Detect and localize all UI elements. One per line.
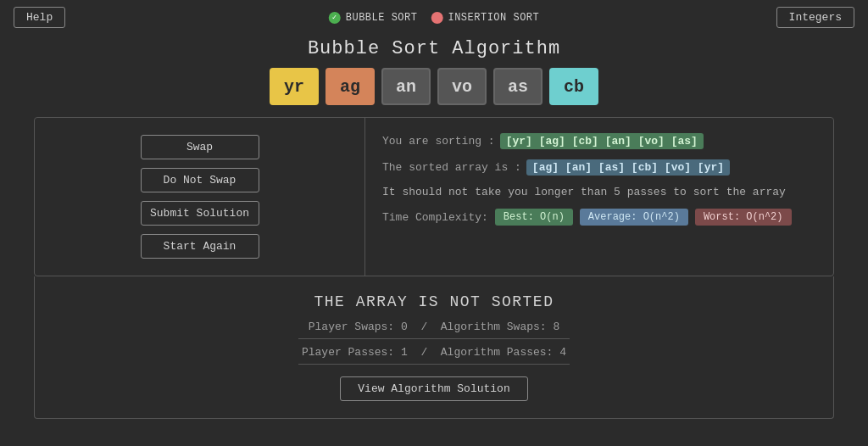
- bubble-sort-tab[interactable]: ✓ BUBBLE SORT: [329, 12, 418, 24]
- do-not-swap-button[interactable]: Do Not Swap: [141, 168, 259, 192]
- sorted-array: [ag] [an] [as] [cb] [vo] [yr]: [526, 159, 730, 176]
- array-display: yr ag an vo as cb: [0, 68, 868, 105]
- sorted-row: The sorted array is : [ag] [an] [as] [cb…: [382, 159, 816, 176]
- array-cell-1: ag: [326, 68, 375, 105]
- sort-tabs: ✓ BUBBLE SORT INSERTION SORT: [329, 12, 540, 24]
- help-button[interactable]: Help: [14, 7, 65, 28]
- left-panel: Swap Do Not Swap Submit Solution Start A…: [35, 118, 365, 276]
- algo-swaps-value: 8: [553, 321, 559, 333]
- time-complexity-label: Time Complexity:: [382, 211, 488, 224]
- bubble-sort-label: BUBBLE SORT: [346, 12, 418, 24]
- insertion-sort-label: INSERTION SORT: [448, 12, 539, 24]
- best-badge: Best: O(n): [495, 209, 573, 226]
- algo-passes-value: 4: [559, 346, 566, 359]
- array-cell-0: yr: [270, 68, 319, 105]
- player-swaps-value: 0: [401, 321, 408, 333]
- algo-passes-label: Algorithm Passes:: [441, 346, 554, 359]
- array-cell-2: an: [381, 68, 431, 105]
- array-cell-5: cb: [549, 68, 598, 105]
- array-status: THE ARRAY IS NOT SORTED: [314, 293, 554, 310]
- player-swaps-label: Player Swaps:: [309, 321, 394, 333]
- insertion-sort-tab[interactable]: INSERTION SORT: [431, 12, 539, 24]
- array-cell-4: as: [493, 68, 542, 105]
- average-badge: Average: O(n^2): [580, 209, 688, 226]
- passes-note: It should not take you longer than 5 pas…: [382, 186, 786, 198]
- passes-stats: Player Passes: 1 / Algorithm Passes: 4: [298, 346, 570, 365]
- worst-badge: Worst: O(n^2): [695, 209, 792, 226]
- complexity-row: Time Complexity: Best: O(n) Average: O(n…: [382, 209, 816, 226]
- player-passes-value: 1: [401, 346, 408, 359]
- insertion-sort-icon: [431, 12, 442, 24]
- sorted-label: The sorted array is :: [382, 161, 521, 174]
- player-passes-label: Player Passes:: [302, 346, 394, 359]
- swaps-stats: Player Swaps: 0 / Algorithm Swaps: 8: [298, 321, 570, 339]
- bottom-panel: THE ARRAY IS NOT SORTED Player Swaps: 0 …: [34, 276, 834, 419]
- swap-button[interactable]: Swap: [141, 135, 259, 159]
- main-area: Swap Do Not Swap Submit Solution Start A…: [34, 117, 834, 276]
- page-title: Bubble Sort Algorithm: [0, 38, 868, 59]
- passes-note-row: It should not take you longer than 5 pas…: [382, 186, 816, 198]
- array-cell-3: vo: [437, 68, 487, 105]
- algo-swaps-label: Algorithm Swaps:: [441, 321, 547, 333]
- sorting-row: You are sorting : [yr] [ag] [cb] [an] [v…: [382, 133, 816, 149]
- sorting-label: You are sorting :: [382, 135, 495, 148]
- start-again-button[interactable]: Start Again: [141, 234, 259, 259]
- sorting-array: [yr] [ag] [cb] [an] [vo] [as]: [500, 133, 704, 149]
- integers-button[interactable]: Integers: [776, 7, 854, 28]
- view-solution-button[interactable]: View Algorithm Solution: [340, 376, 527, 401]
- bubble-sort-icon: ✓: [329, 12, 341, 24]
- header: Help ✓ BUBBLE SORT INSERTION SORT Intege…: [0, 0, 868, 35]
- submit-solution-button[interactable]: Submit Solution: [141, 201, 259, 226]
- right-panel: You are sorting : [yr] [ag] [cb] [an] [v…: [365, 118, 833, 276]
